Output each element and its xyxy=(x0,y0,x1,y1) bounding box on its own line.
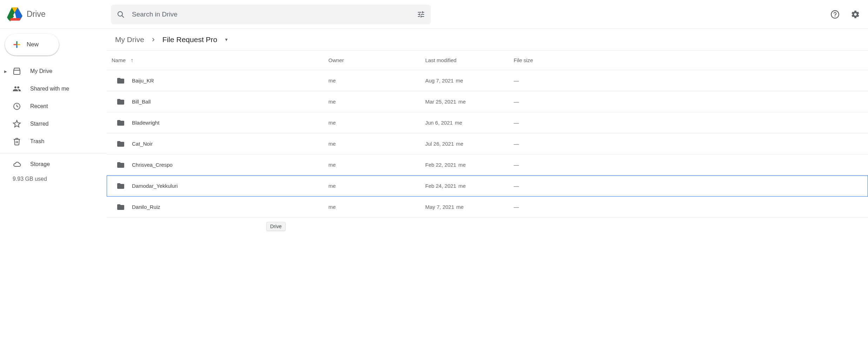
table-row[interactable]: Cat_NoirmeJul 26, 2021me— xyxy=(107,133,868,154)
column-header-owner[interactable]: Owner xyxy=(328,57,425,63)
file-name: Baiju_KR xyxy=(132,78,154,84)
drive-logo-icon xyxy=(7,7,22,21)
cell-name: Chrisvea_Crespo xyxy=(112,161,328,169)
body: New ▶ My Drive Shared with me Recen xyxy=(0,29,868,351)
cell-size: — xyxy=(514,120,868,126)
cell-owner: me xyxy=(328,99,425,105)
product-name: Drive xyxy=(27,9,46,19)
sidebar-item-shared[interactable]: Shared with me xyxy=(0,80,107,98)
file-name: Chrisvea_Crespo xyxy=(132,162,173,168)
storage-used-text: 9.93 GB used xyxy=(0,176,107,182)
svg-rect-15 xyxy=(16,45,17,48)
cell-size: — xyxy=(514,162,868,168)
cell-owner: me xyxy=(328,141,425,147)
header-actions xyxy=(828,7,862,21)
file-list: Baiju_KRmeAug 7, 2021me—Bill_BallmeMar 2… xyxy=(107,70,868,351)
sidebar-item-label: Shared with me xyxy=(30,86,69,92)
modified-by: me xyxy=(456,204,464,210)
sidebar-item-trash[interactable]: Trash xyxy=(0,133,107,150)
table-row[interactable]: Damodar_YekkulurimeFeb 24, 2021me— xyxy=(107,176,868,197)
svg-point-12 xyxy=(831,11,839,18)
search-input[interactable] xyxy=(132,11,417,18)
modified-date: Jun 6, 2021 xyxy=(425,120,453,126)
svg-marker-9 xyxy=(10,18,21,20)
column-label: Name xyxy=(112,57,126,63)
modified-date: Jul 26, 2021 xyxy=(425,141,454,147)
svg-rect-14 xyxy=(16,41,17,44)
search-bar[interactable] xyxy=(111,5,431,24)
folder-icon xyxy=(116,161,125,169)
table-row[interactable]: BladewrightmeJun 6, 2021me— xyxy=(107,112,868,133)
shared-icon xyxy=(13,85,21,93)
table-row[interactable]: Bill_BallmeMar 25, 2021me— xyxy=(107,91,868,112)
table-row[interactable]: Baiju_KRmeAug 7, 2021me— xyxy=(107,70,868,91)
modified-by: me xyxy=(455,120,462,126)
cell-modified: Jul 26, 2021me xyxy=(425,141,514,147)
search-options-icon[interactable] xyxy=(417,10,425,19)
nav: ▶ My Drive Shared with me Recent xyxy=(0,62,107,150)
sidebar-item-storage[interactable]: Storage xyxy=(0,155,107,173)
column-label: Owner xyxy=(328,57,344,63)
svg-rect-16 xyxy=(14,44,16,45)
column-header-modified[interactable]: Last modified xyxy=(425,57,514,63)
file-name: Bladewright xyxy=(132,120,159,126)
file-name: Bill_Ball xyxy=(132,99,151,105)
column-label: File size xyxy=(514,57,533,63)
cell-name: Bill_Ball xyxy=(112,98,328,106)
star-icon xyxy=(13,120,21,128)
cell-name: Damodar_Yekkuluri xyxy=(112,182,328,190)
column-label: Last modified xyxy=(425,57,456,63)
table-row[interactable]: Chrisvea_CrespomeFeb 22, 2021me— xyxy=(107,154,868,176)
table-row[interactable]: Danilo_RuizmeMay 7, 2021me— xyxy=(107,197,868,218)
modified-by: me xyxy=(458,162,466,168)
modified-date: Feb 24, 2021 xyxy=(425,183,456,189)
main: My Drive File Request Pro ▼ Name ↑ Owner… xyxy=(107,29,868,351)
svg-point-13 xyxy=(835,16,835,16)
cell-modified: Feb 22, 2021me xyxy=(425,162,514,168)
folder-icon xyxy=(116,98,125,106)
svg-line-11 xyxy=(122,15,124,18)
logo-area[interactable]: Drive xyxy=(7,7,111,21)
cell-modified: Mar 25, 2021me xyxy=(425,99,514,105)
header: Drive xyxy=(0,0,868,29)
plus-icon xyxy=(12,40,22,49)
search-icon[interactable] xyxy=(116,10,125,19)
cell-name: Bladewright xyxy=(112,119,328,127)
cell-owner: me xyxy=(328,204,425,210)
cell-owner: me xyxy=(328,162,425,168)
sidebar: New ▶ My Drive Shared with me Recen xyxy=(0,29,107,351)
support-button[interactable] xyxy=(828,7,842,21)
expand-icon[interactable]: ▶ xyxy=(4,69,7,73)
svg-rect-17 xyxy=(18,44,20,45)
svg-point-10 xyxy=(118,12,122,16)
cloud-icon xyxy=(13,160,21,168)
file-name: Damodar_Yekkuluri xyxy=(132,183,178,189)
new-button[interactable]: New xyxy=(5,34,59,55)
gear-icon xyxy=(851,10,860,19)
sidebar-divider xyxy=(0,153,107,153)
modified-date: Feb 22, 2021 xyxy=(425,162,456,168)
breadcrumb-current[interactable]: File Request Pro xyxy=(159,33,221,46)
sidebar-item-my-drive[interactable]: ▶ My Drive xyxy=(0,62,107,80)
cell-modified: Aug 7, 2021me xyxy=(425,78,514,84)
column-header-name[interactable]: Name ↑ xyxy=(112,57,328,64)
chevron-right-icon xyxy=(150,36,157,43)
chevron-down-icon: ▼ xyxy=(224,37,228,42)
sidebar-item-label: Storage xyxy=(30,161,50,167)
breadcrumb: My Drive File Request Pro ▼ xyxy=(107,29,868,51)
cell-owner: me xyxy=(328,183,425,189)
cell-size: — xyxy=(514,183,868,189)
settings-button[interactable] xyxy=(848,7,862,21)
breadcrumb-dropdown[interactable]: ▼ xyxy=(223,36,230,44)
column-header-size[interactable]: File size xyxy=(514,57,868,63)
sidebar-item-recent[interactable]: Recent xyxy=(0,98,107,115)
modified-by: me xyxy=(456,141,463,147)
folder-icon xyxy=(116,182,125,190)
breadcrumb-root[interactable]: My Drive xyxy=(112,33,148,46)
cell-modified: Jun 6, 2021me xyxy=(425,120,514,126)
cell-size: — xyxy=(514,99,868,105)
cell-name: Cat_Noir xyxy=(112,140,328,148)
folder-icon xyxy=(116,77,125,85)
folder-icon xyxy=(116,140,125,148)
sidebar-item-starred[interactable]: Starred xyxy=(0,115,107,133)
